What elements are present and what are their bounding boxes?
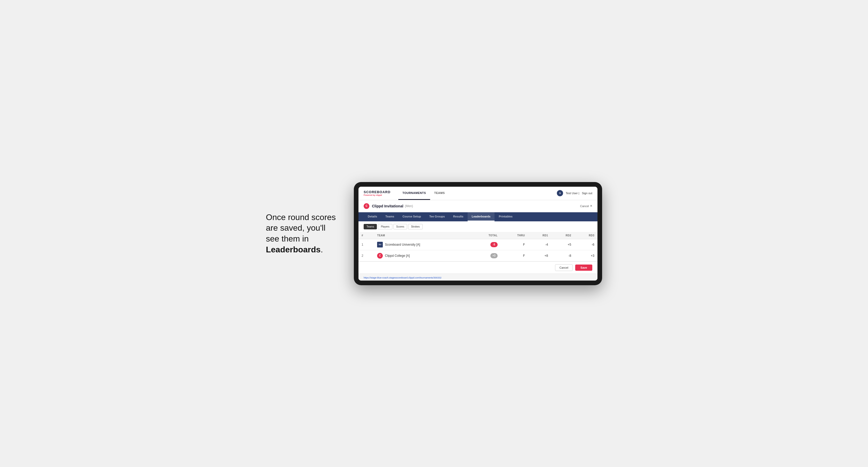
user-avatar: S — [557, 190, 563, 196]
logo-sub: Powered by clippd — [364, 194, 391, 196]
team-cell-2: C Clippd College [A] — [374, 250, 471, 261]
header-row: # TEAM TOTAL THRU RD1 RD2 RD3 — [359, 232, 597, 239]
rd2-2: -8 — [551, 250, 574, 261]
rank-1: 1 — [359, 239, 374, 250]
nav-teams[interactable]: TEAMS — [430, 187, 449, 200]
tab-results[interactable]: Results — [449, 212, 468, 221]
table-body: 1 SU Scoreboard University [A] -5 — [359, 239, 597, 261]
score-badge-2: +3 — [490, 253, 498, 258]
filter-teams[interactable]: Teams — [364, 224, 377, 229]
leaderboard-table: # TEAM TOTAL THRU RD1 RD2 RD3 — [359, 232, 597, 261]
rd1-2: +8 — [528, 250, 551, 261]
sidebar-line1: Once round scores are saved, you'll see … — [266, 213, 336, 243]
nav-tournaments[interactable]: TOURNAMENTS — [398, 187, 430, 200]
tabs-bar: Details Teams Course Setup Tee Groups Re… — [359, 212, 597, 221]
logo-area: SCOREBOARD Powered by clippd — [364, 190, 391, 196]
total-1: -5 — [471, 239, 501, 250]
tournament-gender: (Men) — [405, 204, 413, 208]
filter-strokes[interactable]: Strokes — [408, 224, 423, 229]
footer: Cancel Save — [359, 261, 597, 274]
tab-teams[interactable]: Teams — [381, 212, 398, 221]
col-rd3: RD3 — [574, 232, 597, 239]
logo-main: SCOREBOARD — [364, 190, 391, 194]
user-name: Test User | — [566, 192, 579, 195]
main-nav: TOURNAMENTS TEAMS — [398, 187, 449, 200]
table-row: 1 SU Scoreboard University [A] -5 — [359, 239, 597, 250]
filter-scores[interactable]: Scores — [393, 224, 407, 229]
thru-1: F — [501, 239, 528, 250]
rd3-1: -6 — [574, 239, 597, 250]
cancel-label: Cancel — [580, 205, 589, 208]
sidebar-description: Once round scores are saved, you'll see … — [266, 212, 338, 255]
tab-course-setup[interactable]: Course Setup — [398, 212, 425, 221]
team-logo-1: SU — [377, 242, 383, 247]
tournament-logo: C — [364, 203, 369, 209]
sidebar-line2-suffix: . — [321, 245, 323, 254]
tournament-title: Clippd Invitational — [372, 204, 403, 208]
status-bar: https://stage-blue-coach.stagesscoreboar… — [359, 274, 597, 281]
close-icon: ✕ — [590, 204, 592, 208]
cancel-button-header[interactable]: Cancel ✕ — [580, 204, 592, 208]
team-name-1: Scoreboard University [A] — [385, 243, 420, 246]
thru-2: F — [501, 250, 528, 261]
rd2-1: +5 — [551, 239, 574, 250]
tab-leaderboards[interactable]: Leaderboards — [468, 212, 495, 221]
tab-details[interactable]: Details — [364, 212, 381, 221]
filter-players[interactable]: Players — [378, 224, 392, 229]
team-cell-1: SU Scoreboard University [A] — [374, 239, 471, 250]
tablet-screen: SCOREBOARD Powered by clippd TOURNAMENTS… — [359, 187, 597, 281]
total-2: +3 — [471, 250, 501, 261]
tournament-header: C Clippd Invitational (Men) Cancel ✕ — [359, 200, 597, 212]
page-wrapper: Once round scores are saved, you'll see … — [266, 182, 602, 285]
col-rd2: RD2 — [551, 232, 574, 239]
table-header: # TEAM TOTAL THRU RD1 RD2 RD3 — [359, 232, 597, 239]
cancel-button[interactable]: Cancel — [555, 264, 572, 271]
sign-out-link[interactable]: Sign out — [582, 192, 592, 195]
leaderboard-content: # TEAM TOTAL THRU RD1 RD2 RD3 — [359, 232, 597, 261]
score-badge-1: -5 — [490, 242, 498, 247]
team-name-2: Clippd College [A] — [385, 254, 410, 257]
rd1-1: -4 — [528, 239, 551, 250]
tab-tee-groups[interactable]: Tee Groups — [425, 212, 449, 221]
sub-filters: Teams Players Scores Strokes — [359, 221, 597, 232]
rd3-2: +3 — [574, 250, 597, 261]
tab-printables[interactable]: Printables — [495, 212, 517, 221]
col-rank: # — [359, 232, 374, 239]
status-url: https://stage-blue-coach.stagesscoreboar… — [364, 276, 441, 279]
sidebar-line2: Leaderboards — [266, 245, 321, 254]
rank-2: 2 — [359, 250, 374, 261]
col-team: TEAM — [374, 232, 471, 239]
top-nav: SCOREBOARD Powered by clippd TOURNAMENTS… — [359, 187, 597, 200]
col-rd1: RD1 — [528, 232, 551, 239]
tablet-frame: SCOREBOARD Powered by clippd TOURNAMENTS… — [354, 182, 602, 285]
col-thru: THRU — [501, 232, 528, 239]
save-button[interactable]: Save — [575, 264, 592, 271]
team-logo-2: C — [377, 253, 383, 258]
table-row: 2 C Clippd College [A] +3 — [359, 250, 597, 261]
col-total: TOTAL — [471, 232, 501, 239]
nav-right: S Test User | Sign out — [557, 190, 592, 196]
